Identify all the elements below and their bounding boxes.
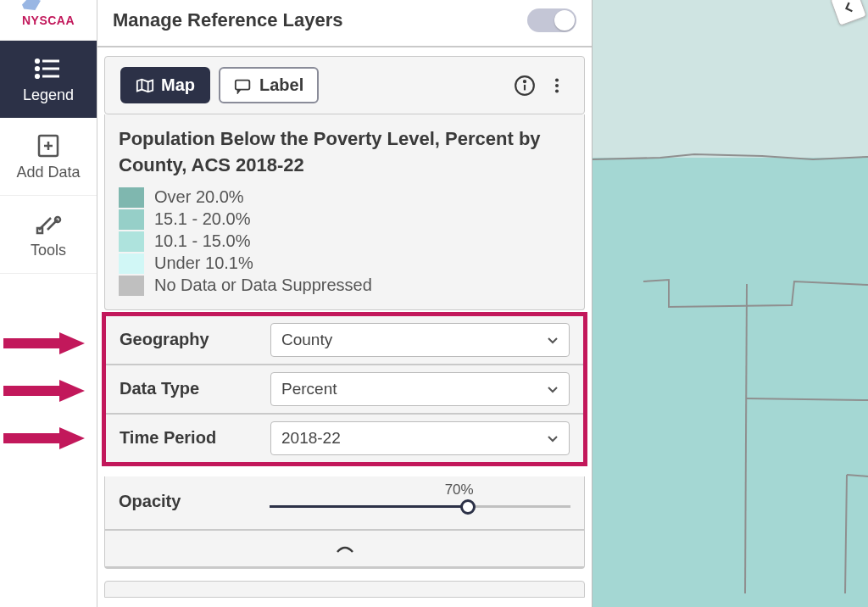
filter-label: Time Period — [120, 428, 259, 448]
sidebar-item-add-data[interactable]: Add Data — [0, 118, 97, 196]
legend-row: No Data or Data Suppressed — [119, 276, 570, 296]
svg-point-21 — [555, 89, 559, 92]
kebab-menu-icon[interactable] — [545, 74, 569, 97]
legend-label: No Data or Data Suppressed — [154, 276, 372, 295]
legend-row: Under 10.1% — [119, 253, 570, 274]
legend-label: 10.1 - 15.0% — [154, 231, 250, 251]
select-value: Percent — [281, 380, 337, 398]
chevron-down-icon — [547, 432, 559, 444]
legend-swatch — [119, 209, 144, 230]
tab-label[interactable]: Label — [219, 67, 319, 103]
svg-point-20 — [555, 83, 559, 86]
collapse-row[interactable] — [105, 531, 584, 568]
select-timeperiod[interactable]: 2018-22 — [270, 421, 570, 455]
filter-label: Geography — [120, 330, 259, 349]
info-icon[interactable] — [513, 74, 537, 97]
select-value: County — [281, 331, 332, 349]
filter-group: Geography County Data Type Percent Time … — [102, 312, 587, 466]
map-borders — [593, 0, 868, 607]
filter-label: Data Type — [120, 379, 259, 398]
next-layer-card-peek — [104, 581, 585, 598]
filter-row-geography: Geography County — [106, 316, 583, 365]
sidebar-item-label: Legend — [23, 86, 74, 104]
logo: NYSCAA — [0, 0, 97, 41]
svg-point-0 — [36, 59, 38, 62]
map-canvas[interactable] — [593, 0, 868, 607]
legend-label: 15.1 - 20.0% — [154, 209, 250, 229]
reference-layers-panel: Manage Reference Layers Map Label — [97, 0, 593, 607]
logo-text: NYSCAA — [22, 14, 75, 27]
toggle-reference-layers[interactable] — [527, 8, 576, 32]
file-plus-icon — [32, 133, 64, 159]
chevron-down-icon — [547, 383, 559, 395]
annotation-arrow-datatype — [3, 378, 85, 404]
layer-card: Population Below the Poverty Level, Perc… — [104, 114, 585, 310]
list-icon — [32, 56, 64, 81]
toggle-knob — [554, 10, 575, 31]
sidebar-item-tools[interactable]: Tools — [0, 196, 97, 274]
legend-label: Over 20.0% — [154, 187, 244, 207]
legend-row: 10.1 - 15.0% — [119, 231, 570, 252]
opacity-row: Opacity 70% — [105, 476, 584, 531]
slider-value: 70% — [445, 482, 474, 498]
legend-swatch — [119, 253, 144, 274]
legend-swatch — [119, 231, 144, 252]
legend-swatch — [119, 187, 144, 208]
tab-label-label: Label — [259, 75, 303, 95]
svg-point-2 — [36, 67, 38, 70]
sidebar-item-legend[interactable]: Legend — [0, 41, 97, 118]
chevron-down-icon — [547, 334, 559, 346]
chevron-up-icon — [332, 542, 358, 555]
sidebar-item-label: Tools — [31, 242, 66, 259]
sidebar: NYSCAA Legend Add Data — [0, 0, 97, 607]
annotation-arrow-geography — [3, 331, 85, 356]
panel-title: Manage Reference Layers — [113, 9, 342, 31]
svg-point-4 — [36, 75, 38, 77]
tab-map[interactable]: Map — [120, 67, 210, 103]
select-datatype[interactable]: Percent — [270, 372, 570, 406]
svg-point-18 — [524, 81, 526, 82]
sidebar-item-label: Add Data — [16, 164, 80, 181]
select-geography[interactable]: County — [270, 323, 570, 357]
tools-icon — [32, 211, 64, 237]
legend-swatch — [119, 276, 144, 296]
panel-header: Manage Reference Layers — [97, 0, 592, 47]
chevron-left-icon — [838, 0, 858, 18]
opacity-label: Opacity — [119, 492, 258, 511]
tab-row: Map Label — [104, 56, 585, 114]
tab-map-label: Map — [161, 75, 195, 95]
layer-title: Population Below the Poverty Level, Perc… — [119, 126, 570, 179]
slider-opacity[interactable]: 70% — [270, 485, 570, 519]
svg-rect-15 — [236, 80, 250, 89]
opacity-block: Opacity 70% — [104, 476, 585, 569]
slider-thumb[interactable] — [460, 499, 476, 515]
annotation-arrow-timeperiod — [3, 426, 85, 451]
layer-legend: Over 20.0%15.1 - 20.0%10.1 - 15.0%Under … — [119, 187, 570, 296]
svg-point-19 — [555, 78, 559, 81]
legend-row: Over 20.0% — [119, 187, 570, 208]
svg-rect-10 — [37, 228, 42, 233]
legend-row: 15.1 - 20.0% — [119, 209, 570, 230]
filter-row-timeperiod: Time Period 2018-22 — [106, 415, 583, 462]
legend-label: Under 10.1% — [154, 253, 253, 273]
select-value: 2018-22 — [281, 429, 341, 448]
slider-fill — [270, 505, 468, 508]
filter-row-datatype: Data Type Percent — [106, 365, 583, 415]
